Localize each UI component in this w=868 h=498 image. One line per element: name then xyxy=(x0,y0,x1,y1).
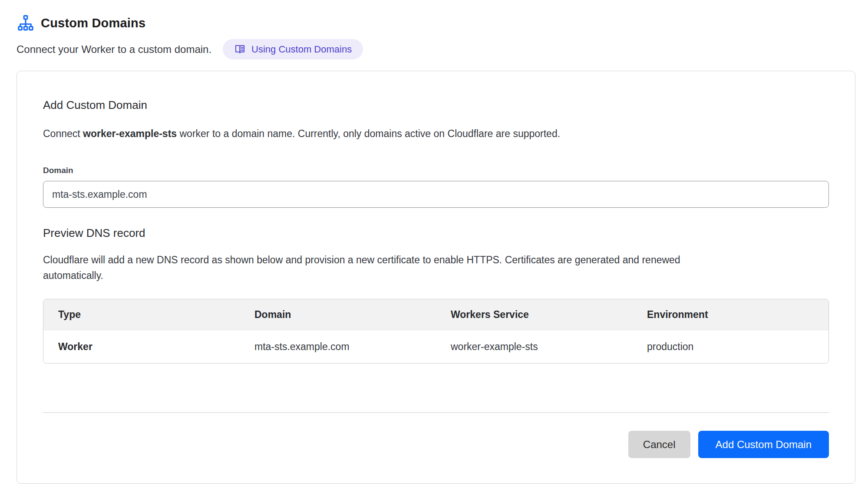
cell-workers-service: worker-example-sts xyxy=(436,330,632,363)
add-custom-domain-button[interactable]: Add Custom Domain xyxy=(698,431,829,458)
table-row: Worker mta-sts.example.com worker-exampl… xyxy=(43,330,828,363)
domain-input[interactable] xyxy=(43,181,829,208)
docs-link-using-custom-domains[interactable]: Using Custom Domains xyxy=(223,39,363,59)
table-header: Type Domain Workers Service Environment xyxy=(43,299,828,330)
column-header-type: Type xyxy=(43,299,240,330)
page-subtitle: Connect your Worker to a custom domain. xyxy=(17,43,211,56)
custom-domains-page: Custom Domains Connect your Worker to a … xyxy=(0,0,868,498)
add-custom-domain-card: Add Custom Domain Connect worker-example… xyxy=(17,71,855,484)
page-title: Custom Domains xyxy=(41,16,145,30)
column-header-domain: Domain xyxy=(240,299,436,330)
preview-dns-heading: Preview DNS record xyxy=(43,225,829,241)
description-suffix: worker to a domain name. Currently, only… xyxy=(177,128,560,139)
column-header-workers-service: Workers Service xyxy=(436,299,632,330)
column-header-environment: Environment xyxy=(632,299,828,330)
table-body: Worker mta-sts.example.com worker-exampl… xyxy=(43,330,828,363)
domain-field-label: Domain xyxy=(43,166,829,175)
cell-domain: mta-sts.example.com xyxy=(240,330,436,363)
preview-dns-description: Cloudflare will add a new DNS record as … xyxy=(43,252,683,283)
cell-type: Worker xyxy=(43,330,240,363)
book-icon xyxy=(234,43,246,55)
footer-divider xyxy=(43,412,829,413)
title-row: Custom Domains xyxy=(17,15,855,31)
footer-actions: Cancel Add Custom Domain xyxy=(43,431,829,458)
page-header: Custom Domains Connect your Worker to a … xyxy=(0,0,868,59)
table-header-row: Type Domain Workers Service Environment xyxy=(43,299,828,330)
card-description: Connect worker-example-sts worker to a d… xyxy=(43,127,829,141)
sitemap-icon xyxy=(17,15,34,31)
cancel-button[interactable]: Cancel xyxy=(628,431,690,458)
worker-name: worker-example-sts xyxy=(83,128,177,139)
cell-environment: production xyxy=(632,330,828,363)
dns-preview-table: Type Domain Workers Service Environment … xyxy=(43,299,829,364)
description-prefix: Connect xyxy=(43,128,83,139)
card-heading: Add Custom Domain xyxy=(43,97,829,113)
subtitle-row: Connect your Worker to a custom domain. … xyxy=(17,39,855,59)
docs-link-label: Using Custom Domains xyxy=(251,44,352,55)
